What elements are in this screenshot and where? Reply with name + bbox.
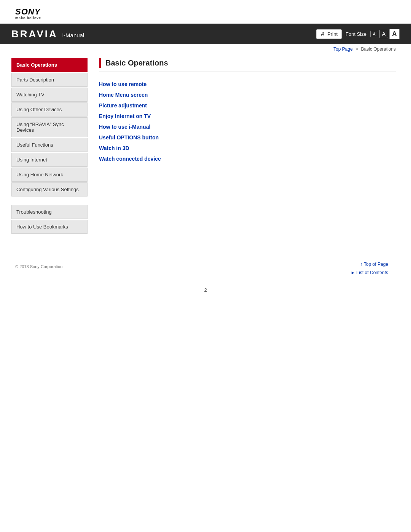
imanual-label: i-Manual bbox=[62, 32, 84, 38]
sidebar-item-bravia-sync[interactable]: Using “BRAVIA” Sync Devices bbox=[11, 117, 88, 137]
link-how-to-use-remote[interactable]: How to use remote bbox=[99, 80, 396, 89]
breadcrumb-current: Basic Operations bbox=[361, 46, 396, 52]
sidebar-item-using-other-devices[interactable]: Using Other Devices bbox=[11, 102, 88, 117]
content-area: Basic Operations How to use remote Home … bbox=[95, 58, 400, 238]
sidebar-bottom-group: Troubleshooting How to Use Bookmarks bbox=[11, 205, 88, 234]
header-bar: BRAVIA i-Manual 🖨 Print Font Size A A A bbox=[0, 24, 411, 44]
font-large-button[interactable]: A bbox=[389, 29, 400, 39]
font-size-controls: A A A bbox=[370, 29, 400, 39]
link-watch-connected-device[interactable]: Watch connected device bbox=[99, 154, 396, 163]
sony-logo: SONY make.believe bbox=[15, 7, 396, 20]
link-picture-adjustment[interactable]: Picture adjustment bbox=[99, 101, 396, 110]
breadcrumb: Top Page > Basic Operations bbox=[0, 44, 411, 54]
sidebar-item-using-internet[interactable]: Using Internet bbox=[11, 153, 88, 167]
breadcrumb-separator: > bbox=[355, 46, 358, 52]
sidebar-spacer bbox=[11, 200, 88, 205]
sidebar-item-configuring-settings[interactable]: Configuring Various Settings bbox=[11, 182, 88, 197]
link-how-to-use-imanual[interactable]: How to use i-Manual bbox=[99, 122, 396, 131]
top-of-page-link[interactable]: ↑ Top of Page bbox=[360, 262, 388, 267]
main-content: Basic Operations Parts Description Watch… bbox=[0, 54, 411, 249]
sidebar-item-troubleshooting[interactable]: Troubleshooting bbox=[11, 205, 88, 219]
link-watch-in-3d[interactable]: Watch in 3D bbox=[99, 144, 396, 153]
font-small-button[interactable]: A bbox=[370, 31, 378, 37]
up-arrow-icon: ↑ bbox=[360, 262, 364, 267]
sidebar-item-parts-description[interactable]: Parts Description bbox=[11, 73, 88, 87]
link-enjoy-internet[interactable]: Enjoy Internet on TV bbox=[99, 112, 396, 121]
right-arrow-icon: ► bbox=[350, 270, 356, 275]
page-number: 2 bbox=[0, 283, 411, 300]
content-links: How to use remote Home Menu screen Pictu… bbox=[99, 78, 396, 163]
sony-wordmark: SONY bbox=[15, 7, 40, 17]
print-label: Print bbox=[327, 31, 338, 37]
sidebar-item-basic-operations[interactable]: Basic Operations bbox=[11, 58, 88, 72]
content-title: Basic Operations bbox=[105, 59, 168, 67]
print-icon: 🖨 bbox=[320, 31, 325, 37]
sidebar-item-useful-functions[interactable]: Useful Functions bbox=[11, 138, 88, 152]
header-controls: 🖨 Print Font Size A A A bbox=[316, 29, 400, 39]
sony-tagline: make.believe bbox=[15, 16, 41, 20]
list-of-contents-container: ► List of Contents bbox=[350, 269, 392, 276]
breadcrumb-top-page[interactable]: Top Page bbox=[333, 46, 353, 52]
footer-links-row: © 2013 Sony Corporation ↑ Top of Page ► … bbox=[15, 257, 396, 276]
top-bar: SONY make.believe bbox=[0, 0, 411, 24]
sidebar-item-using-home-network[interactable]: Using Home Network bbox=[11, 168, 88, 182]
sidebar-item-bookmarks[interactable]: How to Use Bookmarks bbox=[11, 220, 88, 234]
bravia-wordmark: BRAVIA bbox=[11, 28, 58, 40]
footer-nav-links: ↑ Top of Page ► List of Contents bbox=[350, 260, 392, 276]
link-useful-options-button[interactable]: Useful OPTIONS button bbox=[99, 133, 396, 142]
footer-area: © 2013 Sony Corporation ↑ Top of Page ► … bbox=[0, 249, 411, 283]
page-wrapper: SONY make.believe BRAVIA i-Manual 🖨 Prin… bbox=[0, 0, 411, 532]
font-medium-button[interactable]: A bbox=[379, 30, 388, 38]
copyright: © 2013 Sony Corporation bbox=[15, 264, 62, 269]
sidebar-item-watching-tv[interactable]: Watching TV bbox=[11, 88, 88, 102]
link-home-menu-screen[interactable]: Home Menu screen bbox=[99, 90, 396, 99]
sidebar: Basic Operations Parts Description Watch… bbox=[11, 58, 88, 238]
print-button[interactable]: 🖨 Print bbox=[316, 29, 342, 39]
sidebar-main-group: Basic Operations Parts Description Watch… bbox=[11, 58, 88, 197]
font-size-label: Font Size bbox=[346, 31, 366, 37]
bravia-title: BRAVIA i-Manual bbox=[11, 28, 84, 40]
top-of-page-container: ↑ Top of Page bbox=[350, 260, 392, 267]
list-of-contents-link[interactable]: ► List of Contents bbox=[350, 270, 388, 275]
content-title-accent bbox=[99, 58, 101, 68]
content-title-bar: Basic Operations bbox=[99, 58, 396, 72]
